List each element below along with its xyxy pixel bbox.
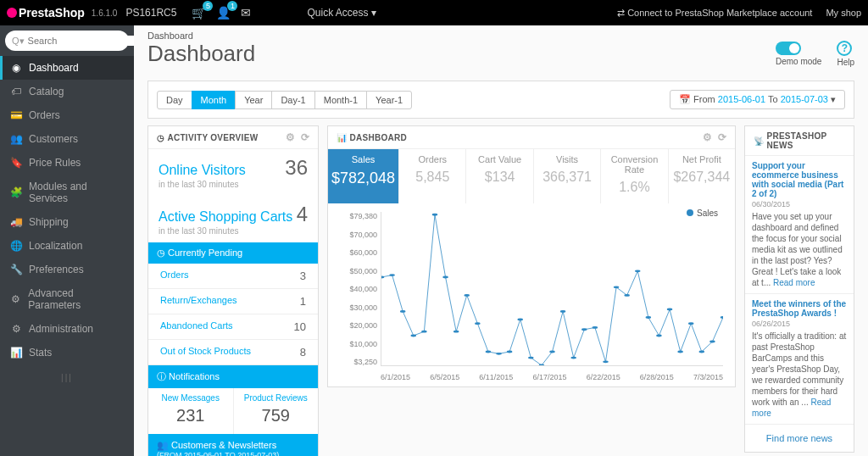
notif-messages[interactable]: New Messages 231 — [148, 388, 233, 434]
notif-reviews[interactable]: Product Reviews 759 — [233, 388, 319, 434]
news-item-date: 06/26/2015 — [752, 320, 847, 328]
nav-label: Stats — [29, 347, 52, 359]
nav-item-customers[interactable]: 👥Customers — [0, 127, 134, 151]
period-day[interactable]: Day — [157, 91, 192, 109]
nav-item-catalog[interactable]: 🏷Catalog — [0, 80, 134, 103]
search-input[interactable] — [28, 36, 134, 46]
svg-point-12 — [507, 351, 512, 353]
nav-label: Preferences — [29, 264, 84, 275]
svg-point-2 — [400, 310, 405, 313]
demo-mode-toggle[interactable] — [776, 42, 801, 55]
page-title: Dashboard — [147, 41, 776, 67]
refresh-icon[interactable]: ⟳ — [301, 131, 309, 143]
svg-point-21 — [603, 360, 608, 363]
svg-point-26 — [656, 334, 661, 336]
shop-name[interactable]: PS161RC5 — [125, 7, 176, 19]
nav-item-preferences[interactable]: 🔧Preferences — [0, 258, 134, 281]
nav-item-advanced-parameters[interactable]: ⚙Advanced Parameters — [0, 281, 134, 317]
online-visitors-label[interactable]: Online Visitors — [159, 163, 246, 178]
nav-label: Catalog — [29, 86, 64, 97]
nav-icon: 🔖 — [10, 157, 22, 169]
active-carts-label[interactable]: Active Shopping Carts — [159, 209, 292, 225]
nav-item-orders[interactable]: 💳Orders — [0, 103, 134, 127]
svg-point-28 — [677, 351, 682, 353]
svg-point-32 — [721, 316, 723, 319]
date-range-button[interactable]: 📅 From 2015-06-01 To 2015-07-03 ▾ — [670, 90, 845, 109]
pending-returns-row[interactable]: Return/Exchanges1 — [148, 289, 318, 314]
metric-net-profit[interactable]: Net Profit$267,344 — [669, 149, 735, 203]
nav-icon: ⚙ — [10, 293, 21, 305]
find-more-news[interactable]: Find more news — [745, 425, 854, 452]
news-item-text: It's officially a tradition: at past Pre… — [752, 331, 847, 419]
mail-icon[interactable]: ✉ — [241, 6, 251, 19]
my-shop-link[interactable]: My shop — [826, 8, 861, 18]
period-day1[interactable]: Day-1 — [271, 91, 314, 109]
metric-cart-value[interactable]: Cart Value$134 — [466, 149, 533, 203]
nav-item-modules-and-services[interactable]: 🧩Modules and Services — [0, 175, 134, 210]
read-more-link[interactable]: Read more — [752, 398, 831, 418]
quick-access[interactable]: Quick Access ▾ — [307, 7, 376, 19]
news-item-title[interactable]: Support your ecommerce business with soc… — [752, 161, 847, 198]
logo[interactable]: PrestaShop — [7, 6, 85, 19]
nav-label: Orders — [29, 109, 60, 121]
news-item-text: Have you set up your dashboard and defin… — [752, 211, 847, 288]
pending-orders-row[interactable]: Orders3 — [148, 264, 318, 289]
notifications-header: ⓘ Notifications — [148, 365, 318, 388]
svg-point-5 — [432, 214, 437, 216]
svg-point-30 — [699, 351, 704, 353]
metric-sales[interactable]: Sales$782,048 — [328, 149, 399, 203]
brand-text: PrestaShop — [19, 6, 85, 19]
nav-icon: 🚚 — [10, 216, 22, 228]
pending-abandoned-row[interactable]: Abandoned Carts10 — [148, 314, 318, 340]
period-month1[interactable]: Month-1 — [314, 91, 367, 109]
help-icon[interactable]: ? — [837, 41, 852, 56]
user-icon[interactable]: 👤1 — [216, 6, 231, 19]
read-more-link[interactable]: Read more — [773, 278, 815, 287]
help-label: Help — [837, 58, 854, 67]
refresh-icon[interactable]: ⟳ — [718, 131, 726, 143]
chart-y-labels: $79,380$70,000$60,000$50,000$40,000$30,0… — [340, 212, 377, 366]
svg-point-11 — [496, 353, 501, 355]
svg-point-4 — [421, 331, 426, 333]
svg-point-3 — [411, 334, 416, 336]
nav-item-shipping[interactable]: 🚚Shipping — [0, 210, 134, 234]
news-item-title[interactable]: Meet the winners of the PrestaShop Award… — [752, 299, 847, 318]
pending-oos-row[interactable]: Out of Stock Products8 — [148, 340, 318, 365]
svg-point-31 — [709, 341, 715, 343]
cart-icon[interactable]: 🛒5 — [192, 6, 206, 19]
nav-item-stats[interactable]: 📊Stats — [0, 341, 134, 364]
nav-label: Localization — [29, 240, 82, 252]
search-box[interactable]: Q▾ — [5, 31, 129, 51]
nav-item-price-rules[interactable]: 🔖Price Rules — [0, 151, 134, 175]
metric-conversion[interactable]: Conversion Rate1.6% — [601, 149, 668, 203]
svg-point-29 — [688, 322, 693, 325]
marketplace-link[interactable]: ⇄ Connect to PrestaShop Marketplace acco… — [617, 8, 812, 19]
svg-point-17 — [560, 310, 565, 313]
pending-header: ◷ Currently Pending — [148, 242, 318, 264]
sidebar: Q▾ ◉Dashboard🏷Catalog💳Orders👥Customers🔖P… — [0, 25, 134, 456]
svg-point-14 — [528, 357, 533, 359]
sidebar-collapse-grip[interactable]: ||| — [0, 373, 134, 382]
period-year1[interactable]: Year-1 — [366, 91, 412, 109]
nav-label: Customers — [29, 133, 78, 145]
svg-point-1 — [389, 274, 394, 276]
news-item: Meet the winners of the PrestaShop Award… — [745, 294, 854, 425]
activity-title: ACTIVITY OVERVIEW — [167, 133, 258, 142]
nav-icon: 📊 — [10, 347, 22, 359]
chart-plot[interactable] — [381, 212, 723, 366]
svg-point-25 — [646, 316, 651, 319]
nav-item-administration[interactable]: ⚙Administration — [0, 317, 134, 341]
cart-badge: 5 — [203, 1, 213, 11]
metric-orders[interactable]: Orders5,845 — [399, 149, 466, 203]
settings-icon[interactable]: ⚙ — [286, 131, 295, 143]
period-year[interactable]: Year — [235, 91, 272, 109]
period-month[interactable]: Month — [192, 91, 236, 109]
nav-label: Modules and Services — [29, 181, 124, 204]
active-carts-sub: in the last 30 minutes — [159, 226, 308, 236]
metric-visits[interactable]: Visits366,371 — [534, 149, 601, 203]
settings-icon[interactable]: ⚙ — [703, 131, 712, 143]
nav-item-localization[interactable]: 🌐Localization — [0, 234, 134, 258]
svg-point-10 — [486, 351, 491, 353]
nav-item-dashboard[interactable]: ◉Dashboard — [0, 56, 134, 80]
customers-newsletters-header[interactable]: 👥 Customers & Newsletters (FROM 2015-06-… — [148, 434, 318, 456]
